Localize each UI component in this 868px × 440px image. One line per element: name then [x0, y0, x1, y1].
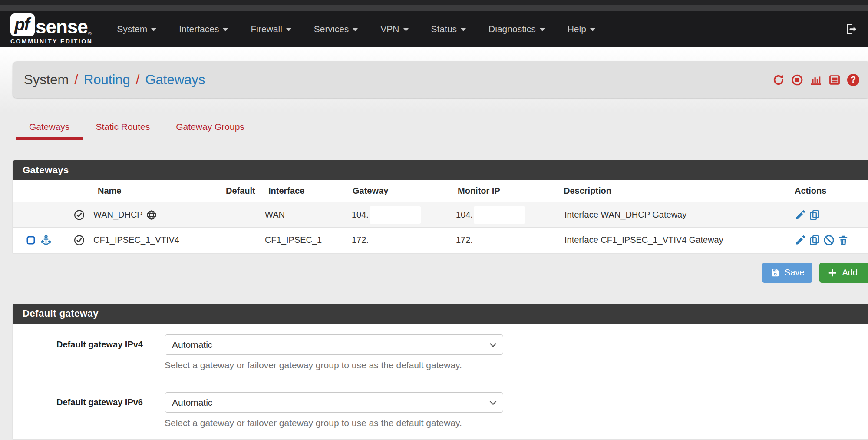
breadcrumb-bar: System / Routing / Gateways	[13, 61, 868, 98]
gateways-panel-header: Gateways	[13, 160, 868, 180]
gateway-interface: CF1_IPSEC_1	[261, 228, 347, 253]
col-header-default: Default	[221, 180, 261, 202]
edit-icon[interactable]	[795, 209, 806, 221]
log-list-icon[interactable]	[828, 74, 841, 86]
bar-chart-icon[interactable]	[810, 74, 822, 86]
pfsense-app: pf sense ® COMMUNITY EDITION System Inte…	[0, 0, 868, 440]
button-row: Save Add	[13, 263, 868, 283]
menu-status-label: Status	[431, 24, 457, 34]
globe-icon	[146, 210, 157, 220]
table-header-row: Name Default Interface Gateway Monitor I…	[13, 180, 868, 202]
community-edition-label: COMMUNITY EDITION	[10, 38, 92, 45]
default-gateway-ipv4-help: Select a gateway or failover gateway gro…	[165, 360, 503, 371]
gateway-description: Interface WAN_DHCP Gateway	[560, 202, 777, 228]
chevron-down-icon	[461, 28, 466, 31]
menu-help[interactable]: Help	[556, 11, 607, 47]
page-action-icons: ?	[772, 74, 859, 86]
menu-system[interactable]: System	[106, 11, 168, 47]
delete-icon[interactable]	[838, 235, 849, 246]
menu-interfaces-label: Interfaces	[179, 24, 219, 34]
breadcrumb-system: System	[24, 72, 69, 88]
default-gateway-ipv6-help: Select a gateway or failover gateway gro…	[165, 418, 503, 428]
default-gateway-ipv6-label: Default gateway IPv6	[13, 392, 143, 428]
sense-logo-text: sense	[36, 18, 88, 36]
edit-icon[interactable]	[795, 235, 806, 246]
menu-status[interactable]: Status	[420, 11, 478, 47]
pfsense-logo[interactable]: pf sense ® COMMUNITY EDITION	[10, 13, 92, 45]
sign-out-icon[interactable]	[845, 23, 858, 35]
tab-gateways-label: Gateways	[29, 122, 69, 132]
check-circle-icon	[74, 235, 85, 246]
monitor-ip: 104.	[456, 210, 473, 220]
copy-icon[interactable]	[809, 235, 820, 246]
save-button-label: Save	[785, 268, 805, 278]
check-circle-icon	[74, 209, 85, 221]
default-gateway-panel: Default gateway Default gateway IPv4 Aut…	[13, 304, 868, 439]
col-header-interface: Interface	[261, 180, 347, 202]
default-gateway-ipv6-row: Default gateway IPv6 Automatic Select a …	[13, 381, 868, 439]
table-row: WAN_DHCP	[13, 202, 868, 228]
menu-vpn[interactable]: VPN	[369, 11, 419, 47]
gateway-description: Interface CF1_IPSEC_1_VTIV4 Gateway	[560, 228, 777, 253]
tab-bar: Gateways Static Routes Gateway Groups	[13, 118, 868, 140]
breadcrumb-separator: /	[74, 72, 78, 88]
tab-static-routes-label: Static Routes	[96, 122, 150, 132]
default-gateway-ipv4-select[interactable]: Automatic	[165, 334, 503, 355]
chevron-down-icon	[540, 28, 545, 31]
col-header-name: Name	[89, 180, 221, 202]
menu-system-label: System	[117, 24, 147, 34]
menu-diagnostics-label: Diagnostics	[488, 24, 536, 34]
breadcrumb-gateways-link[interactable]: Gateways	[145, 72, 205, 88]
registered-mark: ®	[88, 31, 92, 36]
main-menu: System Interfaces Firewall Services VPN …	[106, 11, 607, 47]
gateway-name: WAN_DHCP	[93, 210, 143, 220]
disable-icon[interactable]	[823, 235, 835, 246]
save-button[interactable]: Save	[762, 263, 813, 283]
redaction-box	[370, 206, 421, 224]
help-icon[interactable]: ?	[847, 74, 859, 86]
redaction-box	[474, 232, 525, 249]
stop-circle-icon[interactable]	[791, 74, 803, 86]
tab-gateway-groups[interactable]: Gateway Groups	[163, 118, 257, 140]
default-gateway-panel-title: Default gateway	[23, 308, 99, 319]
default-gateway-ipv4-label: Default gateway IPv4	[13, 334, 143, 371]
gateways-panel: Gateways Name Default Interface Gateway …	[13, 160, 868, 253]
plus-icon	[828, 268, 837, 278]
pf-logo-tile: pf	[10, 13, 35, 36]
gateway-address: 104.	[352, 210, 369, 220]
monitor-ip: 172.	[456, 235, 473, 245]
refresh-icon[interactable]	[772, 74, 785, 86]
square-icon	[26, 235, 36, 245]
gateway-default	[221, 202, 261, 228]
breadcrumb-routing-link[interactable]: Routing	[84, 72, 130, 88]
menu-interfaces[interactable]: Interfaces	[168, 11, 239, 47]
menu-firewall[interactable]: Firewall	[239, 11, 302, 47]
default-gateway-ipv4-row: Default gateway IPv4 Automatic Select a …	[13, 324, 868, 381]
col-header-actions: Actions	[777, 180, 868, 202]
col-header-description: Description	[560, 180, 777, 202]
menu-diagnostics[interactable]: Diagnostics	[477, 11, 556, 47]
default-gateway-panel-header: Default gateway	[13, 304, 868, 324]
add-button[interactable]: Add	[819, 263, 868, 283]
breadcrumb-separator: /	[136, 72, 140, 88]
gateways-panel-title: Gateways	[23, 165, 69, 176]
window-tab-strip	[0, 5, 868, 11]
window-top-strip	[0, 0, 868, 5]
tab-static-routes[interactable]: Static Routes	[83, 118, 163, 140]
chevron-down-icon	[403, 28, 409, 31]
gateways-table: Name Default Interface Gateway Monitor I…	[13, 180, 868, 253]
copy-icon[interactable]	[809, 209, 820, 221]
menu-services[interactable]: Services	[303, 11, 370, 47]
col-header-monitor-ip: Monitor IP	[452, 180, 560, 202]
gateway-interface: WAN	[261, 202, 347, 228]
menu-services-label: Services	[314, 24, 349, 34]
tab-gateways[interactable]: Gateways	[16, 118, 83, 140]
menu-help-label: Help	[568, 24, 586, 34]
save-icon	[770, 268, 780, 278]
breadcrumb: System / Routing / Gateways	[24, 72, 205, 88]
menu-vpn-label: VPN	[380, 24, 399, 34]
tab-gateway-groups-label: Gateway Groups	[176, 122, 244, 132]
default-gateway-ipv6-select[interactable]: Automatic	[165, 392, 503, 413]
chevron-down-icon	[353, 28, 358, 31]
add-button-label: Add	[842, 268, 858, 278]
